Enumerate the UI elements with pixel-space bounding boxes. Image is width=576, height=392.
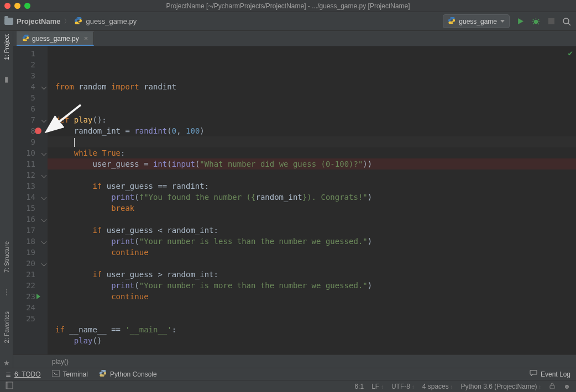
tool-event-log[interactable]: Event Log [530,370,570,378]
gutter-line[interactable]: 15 [13,203,48,214]
code-line[interactable]: from random import randint [48,81,576,92]
code-editor[interactable]: 1234567891011121314151617181920212223242… [13,46,576,354]
tool-terminal[interactable]: Terminal [52,370,88,378]
code-line[interactable] [48,136,576,147]
close-window-button[interactable] [4,3,11,9]
code-line[interactable]: print("Your number is less than the numb… [48,236,576,247]
code-line[interactable] [48,313,576,324]
code-line[interactable]: if __name__ == '__main__': [48,324,576,335]
bottom-tool-bar: ≣ 6: TODO Terminal Python Console Event … [0,368,576,380]
code-line[interactable] [48,92,576,103]
gutter-line[interactable]: 11 [13,158,48,169]
folder-icon [4,18,13,25]
status-line-ending[interactable]: LF [371,383,384,390]
python-icon [99,369,107,379]
gutter-line[interactable]: 10 [13,147,48,158]
gutter-line[interactable]: 13 [13,181,48,192]
editor-tab-bar: guess_game.py × [0,31,576,46]
gutter[interactable]: 1234567891011121314151617181920212223242… [13,46,48,354]
editor-scope-crumb[interactable]: play() [13,354,576,368]
minimize-window-button[interactable] [14,3,20,9]
code-line[interactable]: user_guess = int(input("What number did … [48,158,576,169]
gutter-line[interactable]: 7 [13,114,48,125]
structure-icon[interactable]: ⋮ [3,288,10,296]
gutter-line[interactable]: 18 [13,236,48,247]
tab-guess-game[interactable]: guess_game.py × [17,31,94,46]
status-indent[interactable]: 4 spaces [422,383,453,390]
maximize-window-button[interactable] [24,3,30,9]
code-line[interactable]: if user_guess < random_int: [48,225,576,236]
gutter-line[interactable]: 16 [13,214,48,225]
inspection-ok-icon: ✔ [568,47,573,59]
titlebar: ProjectName [~/PycharmProjects/ProjectNa… [0,0,576,12]
svg-point-2 [563,18,569,24]
search-button[interactable] [562,17,572,27]
status-interpreter[interactable]: Python 3.6 (ProjectName) [461,383,542,390]
gutter-line[interactable]: 23 [13,291,48,302]
gutter-line[interactable]: 9 [13,136,48,147]
run-config-label: guess_game [459,18,497,25]
svg-point-0 [533,20,538,24]
code-line[interactable] [48,169,576,181]
run-config-selector[interactable]: guess_game [443,14,510,28]
gutter-line[interactable]: 5 [13,92,48,103]
stop-button[interactable] [546,17,556,27]
gutter-line[interactable]: 8 [13,125,48,136]
gutter-line[interactable]: 17 [13,225,48,236]
code-line[interactable]: play() [48,335,576,346]
gutter-line[interactable]: 3 [13,70,48,81]
gutter-line[interactable]: 1 [13,48,48,59]
code-line[interactable]: while True: [48,147,576,158]
gutter-line[interactable]: 24 [13,302,48,313]
code-line[interactable]: if user_guess == randint: [48,181,576,192]
status-caret-pos[interactable]: 6:1 [354,383,364,390]
chevron-down-icon [500,20,505,23]
lock-icon[interactable] [549,382,556,391]
gutter-line[interactable]: 20 [13,258,48,269]
code-line[interactable]: random_int = randint(0, 100) [48,125,576,136]
python-file-icon [74,17,82,27]
gutter-line[interactable]: 19 [13,247,48,258]
tool-windows-button[interactable] [6,382,13,391]
gutter-line[interactable]: 6 [13,103,48,114]
code-line[interactable] [48,214,576,225]
gutter-line[interactable]: 12 [13,169,48,181]
gutter-line[interactable]: 25 [13,313,48,324]
code-line[interactable] [48,103,576,114]
breadcrumb-project: ProjectName [17,17,60,25]
close-tab-button[interactable]: × [82,34,88,43]
run-button[interactable] [515,17,525,27]
code-line[interactable]: print("Your number is more than the numb… [48,280,576,291]
gutter-line[interactable]: 22 [13,280,48,291]
debug-button[interactable] [531,17,541,27]
code-line[interactable] [48,302,576,313]
gutter-line[interactable]: 2 [13,59,48,70]
star-icon[interactable]: ★ [3,359,10,367]
code-line[interactable]: if user_guess > random_int: [48,269,576,280]
tool-favorites[interactable]: 2: Favorites [3,311,10,343]
tool-project[interactable]: 1: Project [3,34,10,60]
gutter-line[interactable]: 4 [13,81,48,92]
project-icon[interactable]: ▮ [4,75,8,83]
code-line[interactable]: break [48,203,576,214]
left-tool-strip: 1: Project ▮ 7: Structure ⋮ 2: Favorites… [0,31,13,380]
code-line[interactable]: continue [48,291,576,302]
inspector-icon[interactable]: ☻ [563,383,570,390]
window-controls [4,3,30,9]
status-bar: 6:1 LF UTF-8 4 spaces Python 3.6 (Projec… [0,380,576,392]
status-encoding[interactable]: UTF-8 [391,383,415,390]
code-line[interactable]: def play(): [48,114,576,125]
tool-structure[interactable]: 7: Structure [3,241,10,273]
scope-label: play() [52,358,69,365]
code-line[interactable] [48,258,576,269]
gutter-line[interactable]: 21 [13,269,48,280]
tool-todo[interactable]: ≣ 6: TODO [6,370,41,378]
tool-python-console[interactable]: Python Console [99,369,157,379]
code-line[interactable]: continue [48,247,576,258]
gutter-line[interactable]: 14 [13,192,48,203]
code-area[interactable]: ✔ from random import randintdef play(): … [48,46,576,354]
tab-label: guess_game.py [32,35,79,43]
code-line[interactable]: print(f"You found the number ({random_in… [48,192,576,203]
svg-rect-1 [548,18,554,24]
breadcrumb[interactable]: ProjectName 〉 guess_game.py [4,17,137,27]
